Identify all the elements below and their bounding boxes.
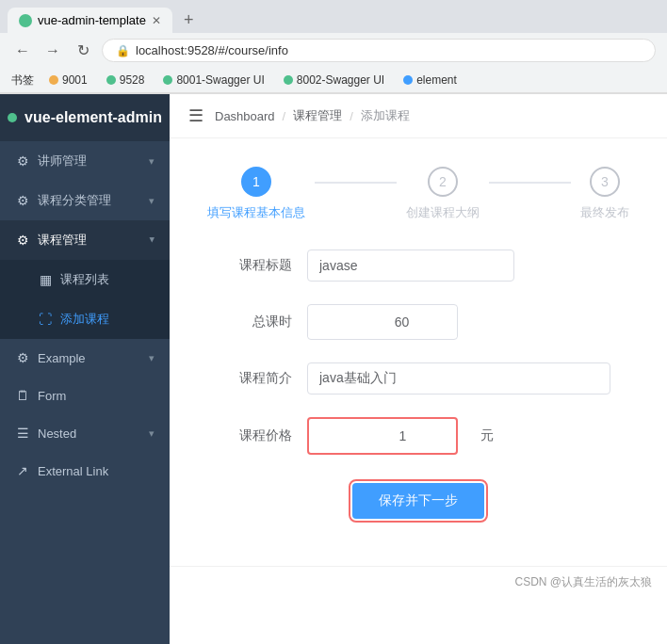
footer-text: CSDN @认真生活的灰太狼 [514,575,652,588]
hamburger-button[interactable]: ☰ [188,105,203,126]
sidebar-item-example[interactable]: ⚙ Example ▾ [0,339,170,377]
logo-icon [8,113,17,122]
sidebar-item-external-link[interactable]: ↗ External Link [0,452,170,490]
price-input-field[interactable] [309,421,458,451]
bookmark-label: 9528 [120,73,145,87]
nested-icon: ☰ [15,426,30,441]
course-title-input[interactable] [307,250,514,282]
step-line-1 [315,182,397,184]
gear-icon: ⚙ [15,350,30,365]
sidebar-item-label: 课程分类管理 [38,192,111,209]
sidebar-item-label: 课程管理 [38,232,87,249]
bookmark-dot [106,75,116,85]
bookmark-8001-swagger[interactable]: 8001-Swagger UI [159,72,268,89]
step-1-num: 1 [252,174,260,189]
bookmark-label: element [416,73,457,87]
step-3-num: 3 [601,174,609,189]
sidebar-logo: vue-element-admin [0,94,170,141]
sidebar-item-course-list[interactable]: ▦ 课程列表 [0,260,170,299]
save-next-button[interactable]: 保存并下一步 [352,483,484,519]
bookmark-element[interactable]: element [399,72,461,89]
breadcrumb-home[interactable]: Dashboard [215,109,275,123]
logo-text: vue-element-admin [24,109,162,126]
form-row-title: 课程标题 [226,250,610,282]
gear-icon: ⚙ [15,153,30,169]
sidebar-item-nested[interactable]: ☰ Nested ▾ [0,414,170,452]
bookmark-label: 8001-Swagger UI [176,73,264,87]
sidebar-item-label: 讲师管理 [38,153,87,169]
sidebar-item-label: External Link [38,464,108,478]
address-bar[interactable]: 🔒 localhost:9528/#/course/info [102,39,656,62]
page-footer: CSDN @认真生活的灰太狼 [170,566,667,598]
button-row: 保存并下一步 [226,483,610,538]
step-2-label: 创建课程大纲 [406,204,480,221]
step-3-label: 最终发布 [580,204,629,221]
sidebar-item-course[interactable]: ⚙ 课程管理 ▴ [0,220,170,260]
hours-input-field[interactable] [308,307,458,337]
tab-favicon [19,14,32,27]
sidebar-item-course-add[interactable]: ⛶ 添加课程 [0,299,170,339]
gear-icon: ⚙ [15,193,30,208]
step-1-label: 填写课程基本信息 [207,204,305,221]
hours-number-input: ▲ ▼ [307,304,458,340]
price-unit-label: 元 [480,427,494,444]
app-container: vue-element-admin ⚙ 讲师管理 ▾ ⚙ 课程分类管理 ▾ ⚙ … [0,94,667,644]
form-row-hours: 总课时 ▲ ▼ [226,304,610,340]
chevron-down-icon: ▾ [149,352,155,364]
browser-tab-active[interactable]: vue-admin-template ✕ [8,8,172,33]
course-desc-input[interactable] [307,362,610,394]
lock-icon: 🔒 [116,44,130,57]
bookmark-9001[interactable]: 9001 [45,72,91,89]
bookmark-label: 9001 [62,73,88,87]
bookmark-label: 8002-Swagger UI [297,73,384,87]
breadcrumb-sep-1: / [283,109,286,123]
sidebar-item-form[interactable]: 🗒 Form [0,377,170,414]
form-icon: 🗒 [15,388,30,403]
url-text: localhost:9528/#/course/info [136,43,288,57]
course-submenu: ▦ 课程列表 ⛶ 添加课程 [0,260,170,339]
browser-addressbar: ← → ↻ 🔒 localhost:9528/#/course/info [0,33,667,68]
bookmark-9528[interactable]: 9528 [103,72,149,89]
sidebar-item-label: Form [38,389,66,403]
bookmark-dot [163,75,172,85]
form-label-price: 课程价格 [226,427,292,444]
bookmark-dot [284,75,293,85]
form-container: 课程标题 总课时 ▲ ▼ 课程简介 课程价格 [170,240,667,566]
form-label-hours: 总课时 [226,314,292,330]
browser-chrome: vue-admin-template ✕ + ← → ↻ 🔒 localhost… [0,0,667,94]
bookmark-dot [49,75,58,85]
reload-button[interactable]: ↻ [72,40,94,62]
step-1-circle: 1 [241,167,271,197]
bookmark-dot [403,75,413,85]
bookmark-8002-swagger[interactable]: 8002-Swagger UI [280,72,388,89]
gear-icon: ⚙ [15,233,30,248]
sidebar: vue-element-admin ⚙ 讲师管理 ▾ ⚙ 课程分类管理 ▾ ⚙ … [0,94,170,644]
chevron-down-icon: ▾ [149,427,155,440]
breadcrumb-current: 添加课程 [361,107,410,124]
tab-title: vue-admin-template [38,13,146,27]
form-row-desc: 课程简介 [226,362,610,394]
step-1: 1 填写课程基本信息 [207,167,305,221]
step-2-num: 2 [439,174,447,189]
sidebar-item-label: 添加课程 [60,311,109,328]
step-container: 1 填写课程基本信息 2 创建课程大纲 3 最终发布 [170,138,667,240]
sidebar-item-category[interactable]: ⚙ 课程分类管理 ▾ [0,181,170,220]
breadcrumb-parent[interactable]: 课程管理 [293,107,342,124]
chevron-down-icon: ▾ [149,195,155,207]
sidebar-item-label: Nested [38,427,76,441]
chevron-up-icon: ▴ [149,234,155,247]
browser-tabs: vue-admin-template ✕ + [0,0,667,33]
sidebar-item-teacher[interactable]: ⚙ 讲师管理 ▾ [0,141,170,181]
bookmarks-label: 书签 [11,72,34,89]
step-3: 3 最终发布 [580,167,629,221]
list-icon: ▦ [38,272,53,287]
external-link-icon: ↗ [15,463,30,478]
forward-button[interactable]: → [41,40,64,62]
page-header: ☰ Dashboard / 课程管理 / 添加课程 [170,94,667,138]
bookmarks-bar: 书签 9001 9528 8001-Swagger UI 8002-Swagge… [0,68,667,93]
sidebar-item-label: 课程列表 [60,271,109,288]
tab-close-button[interactable]: ✕ [152,14,161,27]
form-label-title: 课程标题 [226,257,292,274]
new-tab-button[interactable]: + [180,10,198,30]
back-button[interactable]: ← [11,40,34,62]
